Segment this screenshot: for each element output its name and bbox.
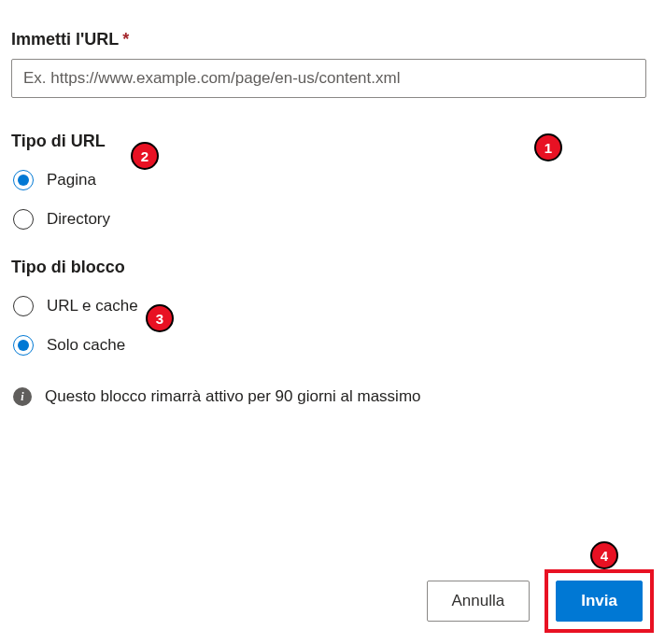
- required-mark: *: [122, 30, 129, 49]
- radio-icon: [13, 209, 34, 230]
- url-field-label: Immetti l'URL *: [11, 30, 654, 49]
- url-type-radio-group: Pagina Directory: [11, 170, 654, 230]
- block-type-heading-text: Tipo di blocco: [11, 258, 125, 277]
- cancel-button[interactable]: Annulla: [427, 581, 531, 622]
- url-label-text: Immetti l'URL: [11, 30, 119, 49]
- radio-directory[interactable]: Directory: [13, 209, 654, 230]
- info-icon: i: [13, 387, 32, 406]
- callout-4: 4: [590, 541, 618, 569]
- radio-cache-only[interactable]: Solo cache: [13, 335, 654, 356]
- radio-page-label: Pagina: [47, 171, 96, 189]
- radio-icon: [13, 296, 34, 316]
- dialog-footer: Annulla Invia: [427, 569, 654, 633]
- submit-button[interactable]: Invia: [556, 581, 643, 622]
- info-text: Questo blocco rimarrà attivo per 90 gior…: [45, 387, 421, 406]
- callout-3: 3: [146, 304, 174, 332]
- url-input-wrapper: 1: [11, 59, 654, 98]
- radio-directory-label: Directory: [47, 210, 110, 229]
- callout-2: 2: [131, 142, 159, 170]
- submit-highlight: Invia: [545, 569, 654, 633]
- radio-page[interactable]: Pagina: [13, 170, 654, 190]
- url-type-heading-text: Tipo di URL: [11, 132, 106, 151]
- info-row: i Questo blocco rimarrà attivo per 90 gi…: [11, 387, 654, 406]
- radio-url-and-cache-label: URL e cache: [47, 297, 138, 315]
- radio-icon: [13, 170, 34, 190]
- block-type-section: Tipo di blocco URL e cache Solo cache: [11, 258, 654, 356]
- radio-icon: [13, 335, 34, 356]
- radio-cache-only-label: Solo cache: [47, 336, 125, 355]
- block-type-heading: Tipo di blocco: [11, 258, 654, 277]
- radio-url-and-cache[interactable]: URL e cache: [13, 296, 654, 316]
- callout-1: 1: [534, 133, 562, 161]
- block-type-radio-group: URL e cache Solo cache: [11, 296, 654, 356]
- url-input[interactable]: [11, 59, 646, 98]
